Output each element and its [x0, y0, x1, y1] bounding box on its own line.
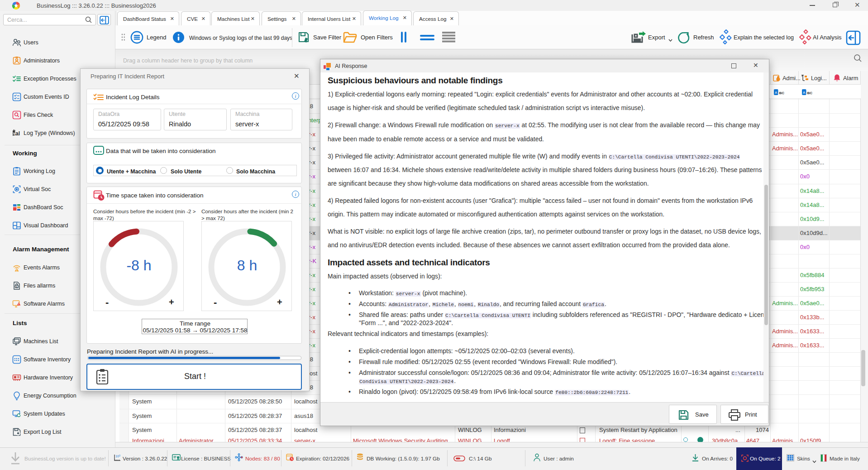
svg-text:A: A [803, 91, 806, 95]
svg-text:A: A [775, 91, 777, 95]
svg-text:!: ! [16, 269, 17, 272]
svg-text:BC: BC [779, 91, 785, 95]
svg-text:10: 10 [115, 455, 119, 458]
svg-text:!: ! [19, 303, 19, 306]
svg-text:al: al [15, 130, 20, 137]
svg-text:3: 3 [119, 454, 120, 457]
svg-text:BC: BC [807, 91, 813, 95]
